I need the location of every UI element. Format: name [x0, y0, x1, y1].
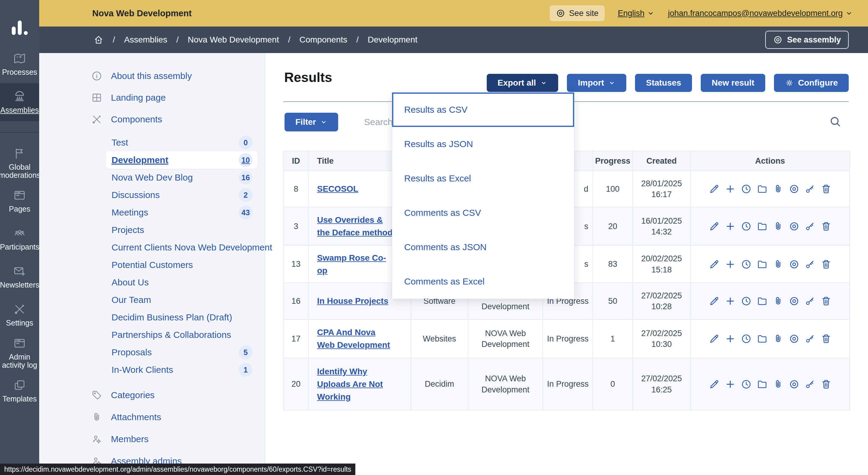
folder-icon[interactable] [757, 379, 768, 390]
export-menu-item[interactable]: Comments as CSV [392, 196, 574, 230]
component-list-item[interactable]: Test 0 [106, 134, 257, 151]
edit-pencil-icon[interactable] [709, 334, 720, 344]
menu-landing-page[interactable]: Landing page [39, 87, 265, 108]
trash-icon[interactable] [821, 296, 832, 307]
sidebar-item-settings[interactable]: Settings [0, 296, 39, 334]
component-list-item[interactable]: Nova Web Dev Blog 16 [106, 169, 257, 186]
clock-icon[interactable] [741, 259, 752, 270]
component-list-item[interactable]: Our Team [106, 291, 257, 309]
component-list-item[interactable]: Meetings 43 [106, 204, 257, 221]
preview-eye-icon[interactable] [789, 334, 800, 344]
component-list-item[interactable]: Current Clients Nova Web Development [106, 239, 257, 256]
add-plus-icon[interactable] [725, 259, 736, 270]
export-menu-item[interactable]: Comments as Excel [392, 264, 574, 299]
search-icon[interactable] [829, 115, 841, 128]
folder-icon[interactable] [757, 334, 768, 344]
edit-pencil-icon[interactable] [709, 221, 720, 232]
clock-icon[interactable] [741, 221, 752, 232]
sidebar-item-admin-activity-log[interactable]: Admin activity log [0, 334, 39, 372]
key-permissions-icon[interactable] [805, 184, 815, 194]
import-button[interactable]: Import [567, 74, 626, 92]
sidebar-item-templates[interactable]: Templates [0, 372, 39, 410]
key-permissions-icon[interactable] [805, 334, 815, 344]
trash-icon[interactable] [821, 259, 832, 270]
breadcrumb-assemblies[interactable]: Assemblies [124, 35, 167, 44]
statuses-button[interactable]: Statuses [635, 74, 692, 92]
component-list-item[interactable]: Development 10 [106, 151, 257, 169]
component-list-item[interactable]: Discussions 2 [106, 186, 257, 204]
preview-eye-icon[interactable] [789, 259, 800, 270]
component-list-item[interactable]: In-Work Clients 1 [106, 361, 257, 379]
export-menu-item[interactable]: Results as Excel [392, 161, 574, 196]
user-menu[interactable]: johan.francocampos@novawebdevelopment.or… [668, 9, 853, 18]
trash-icon[interactable] [821, 334, 832, 344]
clock-icon[interactable] [741, 334, 752, 344]
menu-components[interactable]: Components [39, 108, 265, 130]
breadcrumb-current[interactable]: Development [368, 35, 417, 44]
result-title-link[interactable]: Use Overrides & the Deface method [317, 214, 393, 239]
paperclip-icon[interactable] [773, 296, 784, 307]
edit-pencil-icon[interactable] [709, 296, 720, 307]
component-list-item[interactable]: Projects [106, 221, 257, 239]
preview-eye-icon[interactable] [789, 184, 800, 194]
export-menu-item[interactable]: Results as CSV [392, 93, 574, 127]
export-menu-item[interactable]: Comments as JSON [392, 230, 574, 264]
paperclip-icon[interactable] [773, 184, 784, 194]
trash-icon[interactable] [821, 379, 832, 390]
filter-button[interactable]: Filter [284, 113, 338, 131]
preview-eye-icon[interactable] [789, 296, 800, 307]
add-plus-icon[interactable] [725, 221, 736, 232]
component-list-item[interactable]: Proposals 5 [106, 344, 257, 361]
breadcrumb-components[interactable]: Components [299, 35, 347, 44]
sidebar-item-assemblies[interactable]: Assemblies [0, 83, 39, 121]
key-permissions-icon[interactable] [805, 259, 815, 270]
component-list-item[interactable]: Partnerships & Collaborations [106, 326, 257, 344]
see-site-button[interactable]: See site [550, 5, 604, 21]
home-icon[interactable] [93, 35, 104, 45]
add-plus-icon[interactable] [725, 184, 736, 194]
preview-eye-icon[interactable] [789, 221, 800, 232]
sidebar-item-pages[interactable]: Pages [0, 182, 39, 220]
component-list-item[interactable]: About Us [106, 274, 257, 291]
edit-pencil-icon[interactable] [709, 184, 720, 194]
result-title-link[interactable]: Swamp Rose Co-op [317, 252, 393, 277]
component-list-item[interactable]: Decidim Business Plan (Draft) [106, 309, 257, 326]
language-selector[interactable]: English [618, 9, 655, 18]
paperclip-icon[interactable] [773, 334, 784, 344]
edit-pencil-icon[interactable] [709, 259, 720, 270]
result-title-link[interactable]: Identify Why Uploads Are Not Working [317, 365, 393, 403]
new-result-button[interactable]: New result [701, 74, 765, 92]
key-permissions-icon[interactable] [805, 221, 815, 232]
clock-icon[interactable] [741, 379, 752, 390]
trash-icon[interactable] [821, 221, 832, 232]
folder-icon[interactable] [757, 221, 768, 232]
edit-pencil-icon[interactable] [709, 379, 720, 390]
add-plus-icon[interactable] [725, 334, 736, 344]
result-title-link[interactable]: CPA And Nova Web Development [317, 326, 393, 351]
see-assembly-button[interactable]: See assembly [765, 31, 849, 49]
sidebar-item-processes[interactable]: Processes [0, 45, 39, 83]
paperclip-icon[interactable] [773, 221, 784, 232]
sidebar-item-participants[interactable]: Participants [0, 220, 39, 258]
add-plus-icon[interactable] [725, 296, 736, 307]
sidebar-item-newsletters[interactable]: Newsletters [0, 258, 39, 296]
add-plus-icon[interactable] [725, 379, 736, 390]
folder-icon[interactable] [757, 259, 768, 270]
menu-members[interactable]: Members [39, 428, 265, 450]
key-permissions-icon[interactable] [805, 379, 815, 390]
breadcrumb-assembly[interactable]: Nova Web Development [188, 35, 279, 44]
preview-eye-icon[interactable] [789, 379, 800, 390]
result-title-link[interactable]: In House Projects [317, 295, 389, 308]
folder-icon[interactable] [757, 296, 768, 307]
menu-about-assembly[interactable]: About this assembly [39, 65, 265, 87]
folder-icon[interactable] [757, 184, 768, 194]
sidebar-item-global-moderations[interactable]: Global moderations [0, 144, 39, 182]
trash-icon[interactable] [821, 184, 832, 194]
export-all-button[interactable]: Export all [487, 74, 558, 92]
result-title-link[interactable]: SECOSOL [317, 183, 358, 195]
menu-attachments[interactable]: Attachments [39, 406, 265, 428]
paperclip-icon[interactable] [773, 259, 784, 270]
paperclip-icon[interactable] [773, 379, 784, 390]
configure-button[interactable]: Configure [774, 74, 849, 92]
clock-icon[interactable] [741, 296, 752, 307]
